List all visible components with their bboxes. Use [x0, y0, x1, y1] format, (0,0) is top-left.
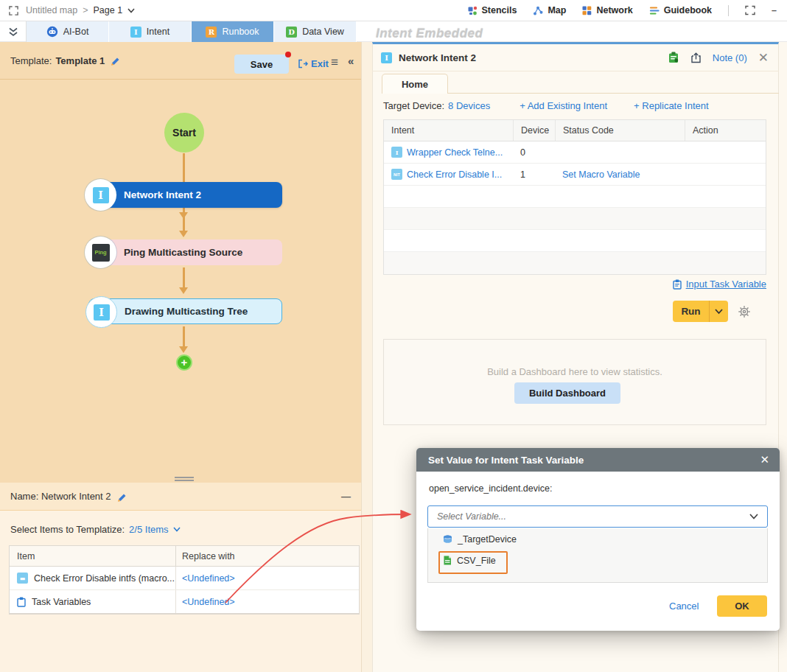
flow-node-label: Drawing Multicasting Tree: [125, 306, 248, 317]
run-settings-gear-icon[interactable]: [738, 305, 751, 318]
chevron-down-icon[interactable]: [127, 8, 135, 13]
templatize-label: Select Items to Templatize:: [10, 524, 125, 535]
collapse-panel-icon[interactable]: «: [348, 55, 354, 67]
stencils-icon: [468, 6, 478, 15]
tab-data-view[interactable]: D Data View: [274, 21, 357, 42]
column-header-item: Item: [10, 546, 176, 566]
breadcrumb-page[interactable]: Page 1: [94, 5, 123, 15]
intent-name-row: Name: Network Intent 2 —: [0, 483, 361, 511]
save-button[interactable]: Save: [234, 55, 289, 74]
templatize-table-header: Item Replace with: [10, 546, 359, 567]
intent-link[interactable]: Check Error Disable I...: [407, 169, 502, 180]
build-dashboard-button[interactable]: Build Dashboard: [514, 382, 620, 404]
share-icon[interactable]: [690, 52, 702, 63]
intent-link[interactable]: Wrapper Check Telne...: [407, 147, 503, 158]
variable-field-label: open_service_incident.device:: [429, 483, 552, 494]
flow-arrowhead-icon: [179, 231, 188, 237]
run-options-chevron-icon[interactable]: [715, 309, 723, 315]
target-device-count-link[interactable]: 8 Devices: [448, 100, 490, 111]
menu-divider: [728, 5, 729, 16]
exit-link[interactable]: Exit: [298, 58, 329, 69]
edit-template-icon[interactable]: [110, 55, 120, 66]
tab-home[interactable]: Home: [382, 74, 448, 94]
ok-button[interactable]: OK: [717, 595, 767, 617]
replicate-intent-link[interactable]: + Replicate Intent: [634, 100, 709, 111]
empty-row: [384, 230, 766, 252]
table-row[interactable]: NIT Check Error Disable I... 1 Set Macro…: [384, 164, 766, 186]
flow-node-network-intent[interactable]: I Network Intent 2: [88, 182, 282, 208]
input-task-variable-link[interactable]: Input Task Variable: [686, 279, 766, 290]
add-existing-intent-link[interactable]: + Add Existing Intent: [520, 100, 607, 111]
guidebook-icon: [649, 6, 660, 15]
option-csv-file[interactable]: CSV_File: [428, 550, 767, 571]
variable-select[interactable]: Select Variable...: [427, 505, 768, 528]
column-header-intent: Intent: [384, 120, 513, 141]
templatize-table: Item Replace with ▬ Check Error Disable …: [9, 545, 360, 615]
set-macro-variable-link[interactable]: Set Macro Variable: [562, 169, 640, 180]
empty-row: [384, 186, 766, 208]
intent-table: Intent Device Status Code Action I Wrapp…: [383, 119, 766, 275]
item-label: Task Variables: [32, 597, 91, 607]
table-row[interactable]: Task Variables <Undefined>: [10, 590, 359, 614]
minimize-icon[interactable]: –: [772, 5, 777, 15]
templatize-count-link[interactable]: 2/5 Items: [129, 524, 168, 535]
map-icon: [533, 6, 543, 15]
flow-node-label: Network Intent 2: [124, 189, 201, 200]
table-row[interactable]: I Wrapper Check Telne... 0: [384, 141, 766, 164]
table-row[interactable]: ▬ Check Error Disable intfs (macro... <U…: [10, 567, 359, 590]
focus-mode-icon[interactable]: [745, 5, 755, 15]
column-header-device: Device: [513, 120, 555, 141]
collapse-section-icon[interactable]: —: [341, 491, 351, 502]
collapse-tabs-icon[interactable]: [0, 21, 27, 42]
task-variables-icon: [17, 597, 26, 607]
template-label: Template:: [10, 55, 52, 66]
csv-file-icon: [443, 556, 452, 565]
target-device-label: Target Device:: [383, 100, 444, 111]
menu-icon[interactable]: ≡: [331, 55, 338, 70]
tab-intent[interactable]: I Intent: [109, 21, 192, 42]
intent-node-icon: I: [85, 296, 117, 328]
data-view-icon: D: [286, 27, 297, 38]
item-label: Check Error Disable intfs (macro...: [34, 573, 175, 584]
option-target-device[interactable]: _TargetDevice: [428, 528, 767, 550]
breadcrumb-separator: >: [83, 5, 88, 15]
exit-icon: [298, 59, 308, 69]
panel-gap: [361, 42, 372, 672]
flow-node-ping-source[interactable]: Ping Ping Multicasting Source: [88, 239, 282, 265]
schedule-icon[interactable]: [668, 52, 679, 63]
empty-row: [384, 208, 766, 230]
macro-icon: ▬: [17, 573, 28, 584]
empty-row: [384, 252, 766, 274]
intent-icon: I: [130, 27, 141, 38]
column-header-status-code: Status Code: [555, 120, 685, 141]
expand-map-icon[interactable]: [9, 6, 18, 15]
tab-ai-bot[interactable]: AI-Bot: [27, 21, 109, 42]
cancel-button[interactable]: Cancel: [669, 601, 699, 612]
menu-item-stencils[interactable]: Stencils: [468, 5, 517, 15]
chevron-down-icon[interactable]: [173, 527, 181, 532]
breadcrumb: Untitled map > Page 1: [26, 5, 135, 15]
column-header-action: Action: [685, 120, 767, 141]
panel-resize-handle[interactable]: [175, 477, 194, 478]
edit-name-icon[interactable]: [116, 491, 127, 502]
modal-header[interactable]: Set Value for Intent Task Variable ✕: [416, 448, 780, 472]
templatize-row: Select Items to Templatize: 2/5 Items: [10, 524, 181, 535]
modal-close-icon[interactable]: ✕: [760, 453, 769, 466]
flow-start-node[interactable]: Start: [164, 113, 204, 153]
close-panel-icon[interactable]: ✕: [758, 52, 769, 64]
top-menu: Stencils Map Network Guidebook –: [468, 5, 777, 16]
add-node-button[interactable]: +: [176, 354, 192, 371]
menu-item-map[interactable]: Map: [533, 5, 566, 15]
run-button[interactable]: Run: [673, 301, 728, 322]
tab-row-border: [447, 93, 779, 94]
undefined-link[interactable]: <Undefined>: [182, 573, 235, 584]
flow-node-drawing-tree[interactable]: I Drawing Multicasting Tree: [88, 298, 282, 324]
undefined-link[interactable]: <Undefined>: [182, 597, 235, 607]
panel-resize-handle[interactable]: [175, 480, 194, 481]
tab-runbook[interactable]: R Runbook: [192, 21, 274, 42]
breadcrumb-map[interactable]: Untitled map: [26, 5, 77, 15]
menu-item-guidebook[interactable]: Guidebook: [649, 5, 712, 15]
note-link[interactable]: Note (0): [713, 52, 747, 63]
menu-item-network[interactable]: Network: [582, 5, 632, 15]
flow-arrowhead-icon: [179, 346, 188, 353]
